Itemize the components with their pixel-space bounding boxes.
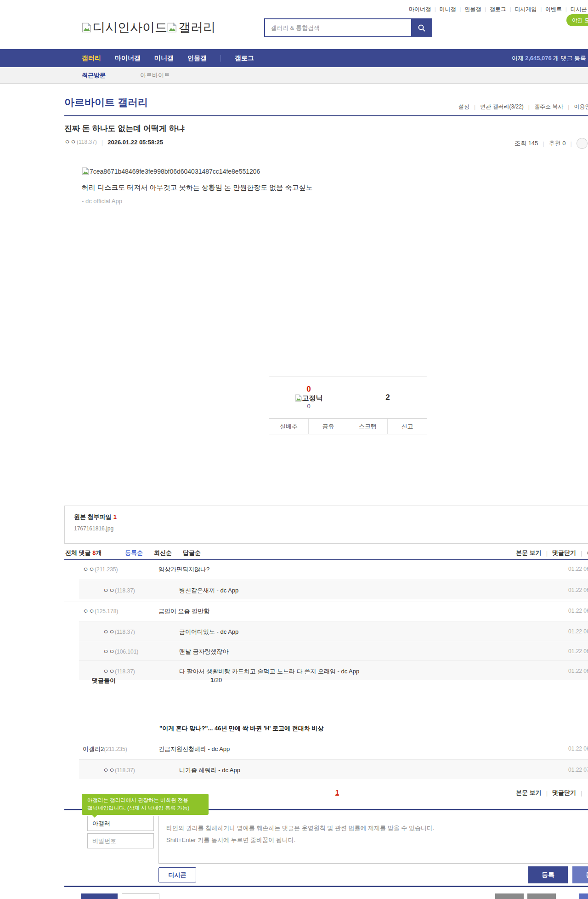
divider: |	[102, 139, 103, 146]
downvote-area[interactable]: 2	[348, 376, 427, 418]
comment-time: 01.22 07:1	[568, 767, 588, 773]
comment-text: 긴급지원신청해라 - dc App	[158, 745, 230, 753]
comment-reply-row: ㅇㅇ(118.37) 니가좀 해줘라 - dc App 01.22 07:1	[79, 759, 588, 779]
comment-text: 니가좀 해줘라 - dc App	[179, 766, 240, 774]
post-meta: ㅇㅇ (118.37) | 2026.01.22 05:58:25	[64, 138, 163, 146]
divider: |	[528, 104, 530, 110]
related-galleries-link[interactable]: 연관 갤러리(3/22)	[480, 103, 524, 111]
attachment-filename[interactable]: 1767161816.jpg	[74, 525, 588, 532]
image-alt-text: 7cea8671b48469fe3fe998bf06d604031487cc14…	[90, 168, 260, 175]
comment-author[interactable]: 아갤러2	[83, 745, 104, 752]
comment-text: 임상가면되지않나?	[158, 565, 209, 574]
sort-replies[interactable]: 답글순	[183, 549, 201, 557]
comment-text: 병신같은새끼 - dc App	[179, 586, 238, 595]
upvote-count: 0	[306, 385, 311, 393]
comment-author[interactable]: ㅇㅇ	[83, 566, 95, 573]
divider: |	[474, 104, 475, 110]
comment-placeholder: Shift+Enter 키를 동시에 누르면 줄바꿈이 됩니다.	[166, 834, 588, 846]
post-options-button[interactable]	[577, 138, 588, 149]
broken-image-icon	[82, 167, 90, 175]
comment-widget-page: 1/20	[210, 677, 222, 683]
bottom-button-stub[interactable]	[81, 893, 118, 899]
bottom-button-stub[interactable]	[122, 893, 159, 899]
copy-url-link[interactable]: 갤주소 복사	[534, 103, 563, 111]
nickname-input[interactable]	[87, 816, 154, 831]
divider: |	[571, 140, 572, 147]
comment-row: 아갤러2(211.235) 긴급지원신청해라 - dc App 01.22 06…	[64, 740, 588, 759]
news-headline-link[interactable]: "이게 혼다 맞나?"... 46년 만에 싹 바뀐 'H' 로고에 현대차 비…	[159, 724, 323, 733]
close-comments-link[interactable]: 댓글닫기	[552, 549, 576, 557]
comment-list: ㅇㅇ(211.235) 임상가면되지않나? 01.22 06: ㅇㅇ(118.3…	[64, 560, 588, 680]
share-button[interactable]: 공유	[308, 419, 348, 434]
fixed-nick-count: 0	[307, 403, 310, 410]
comment-author[interactable]: ㅇㅇ	[103, 628, 115, 635]
comment-textarea[interactable]: 타인의 권리를 침해하거나 명예를 훼손하는 댓글은 운영원칙 및 관련 법률에…	[158, 816, 588, 864]
comment-widget: 댓글돌이 1/20	[64, 674, 588, 688]
broken-image-icon	[295, 394, 302, 402]
comment-author[interactable]: ㅇㅇ	[83, 608, 95, 615]
comment-time: 01.22 06:	[568, 566, 588, 572]
page-title[interactable]: 아르바이트 갤러리	[64, 96, 148, 109]
comment-ip: (118.37)	[115, 587, 135, 594]
divider: |	[546, 790, 548, 797]
submit-comment-button[interactable]: 등록	[528, 866, 568, 883]
post-stats: 조회 145 | 추천 0 |	[514, 138, 588, 149]
post-author-ip: (118.37)	[77, 139, 97, 145]
dccon-button[interactable]: 디시콘	[158, 867, 196, 882]
divider	[64, 151, 588, 151]
gallery-tools: 설정| 연관 갤러리(3/22)| 갤주소 복사| 이용안내	[458, 103, 588, 111]
post-body-text: 허리 디스크도 터져서 아무것고 못하는 상황임 돈 만원한장도 없음 죽고싶노	[82, 183, 313, 192]
page-number-1[interactable]: 1	[335, 789, 339, 796]
comment-row: ㅇㅇ(125.178) 금팔어 요즘 팔만함 01.22 06:	[64, 602, 588, 621]
comment-ip: (118.37)	[115, 629, 135, 635]
comment-ip: (211.235)	[95, 566, 118, 573]
comment-author[interactable]: ㅇㅇ	[103, 648, 115, 655]
like-count: 0	[562, 140, 565, 147]
comment-widget-label: 댓글돌이	[92, 677, 116, 685]
scrap-button[interactable]: 스크랩	[348, 419, 387, 434]
dc-app-tag: - dc official App	[82, 198, 122, 205]
sort-newest[interactable]: 최신순	[154, 549, 172, 557]
post-broken-image: 7cea8671b48469fe3fe998bf06d604031487cc14…	[82, 167, 260, 175]
post-author[interactable]: ㅇㅇ	[64, 138, 76, 146]
comment-text: 금팔어 요즘 팔만함	[158, 607, 209, 615]
comment-time: 01.22 06:1	[568, 668, 588, 674]
dcinside-page: 마이너갤| 미니갤| 인물갤| 갤로그| 디시게임| 이벤트| 디시콘 로그인 …	[0, 0, 588, 899]
post-title: 진짜 돈 하나도 없는데 어떡게 하냐	[64, 123, 185, 134]
divider: |	[543, 140, 544, 147]
comment-reply-row: ㅇㅇ(106.101) 맨날 금자랑했잖아 01.22 06:1	[79, 641, 588, 660]
divider: |	[546, 550, 548, 557]
password-input[interactable]	[87, 833, 154, 848]
submit-comment-button-2[interactable]: 등록	[572, 866, 588, 883]
attachment-label: 원본 첨부파일	[74, 513, 112, 520]
comment-list: 아갤러2(211.235) 긴급지원신청해라 - dc App 01.22 06…	[64, 740, 588, 779]
comment-time: 01.22 06:	[568, 745, 588, 752]
gallery-header: 아르바이트 갤러리 설정| 연관 갤러리(3/22)| 갤주소 복사| 이용안내	[64, 92, 588, 116]
comment-text: 맨날 금자랑했잖아	[179, 648, 229, 656]
comment-author[interactable]: ㅇㅇ	[103, 587, 115, 594]
silbechu-button[interactable]: 실베추	[269, 419, 308, 434]
downvote-count: 2	[385, 393, 390, 402]
guide-link[interactable]: 이용안내	[574, 103, 588, 111]
comment-ip: (118.37)	[115, 767, 135, 774]
settings-link[interactable]: 설정	[458, 103, 469, 111]
comment-author[interactable]: ㅇㅇ	[103, 767, 115, 774]
close-comments-link[interactable]: 댓글닫기	[552, 789, 576, 797]
comment-row: ㅇㅇ(211.235) 임상가면되지않나? 01.22 06:	[64, 560, 588, 580]
view-count: 145	[528, 140, 538, 147]
divider	[64, 886, 588, 887]
sort-registered[interactable]: 등록순	[125, 549, 143, 557]
post-date: 2026.01.22 05:58:25	[107, 139, 163, 146]
upvote-area[interactable]: 0 고정닉 0	[269, 376, 348, 418]
report-button[interactable]: 신고	[387, 419, 427, 434]
comment-time: 01.22 06:1	[568, 648, 588, 654]
view-post-link[interactable]: 본문 보기	[516, 789, 542, 797]
bottom-button-stub[interactable]	[495, 893, 524, 899]
comment-time: 01.22 06:	[568, 608, 588, 614]
comment-time: 01.22 06:0	[568, 587, 588, 593]
comment-ip: (211.235)	[104, 746, 127, 752]
view-post-link[interactable]: 본문 보기	[516, 549, 542, 557]
bottom-button-stub[interactable]	[579, 893, 588, 899]
vote-box: 0 고정닉 0 2 실베추 공유 스크랩 신고	[269, 376, 427, 434]
bottom-button-stub[interactable]	[527, 893, 556, 899]
